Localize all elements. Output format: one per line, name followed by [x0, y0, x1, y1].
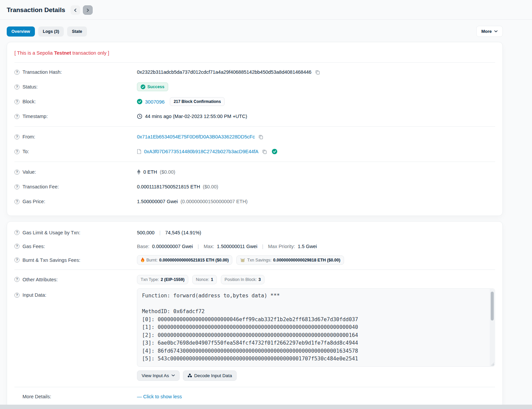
timestamp-row: ? Timestamp: 44 mins ago (Mar-02-2023 12… — [14, 109, 495, 124]
value-label: Value: — [22, 169, 36, 175]
gas-used-value: 74,545 (14.91%) — [165, 230, 201, 235]
help-icon[interactable]: ? — [14, 293, 19, 298]
gas-limit-label: Gas Limit & Usage by Txn: — [22, 230, 80, 235]
scrollbar-track[interactable] — [490, 289, 494, 366]
input-data-box[interactable]: Function: forward(address to,bytes data)… — [137, 288, 495, 367]
input-data-line: Function: forward(address to,bytes data)… — [142, 292, 486, 300]
testnet-notice-bold: Testnet — [54, 50, 71, 56]
gas-fees-row: ? Gas Fees: Base: 0.000000007 Gwei | Max… — [14, 239, 495, 253]
decode-input-data-label: Decode Input Data — [194, 373, 232, 378]
testnet-notice: [ This is a Sepolia Testnet transaction … — [14, 50, 495, 56]
input-data-line: [2]: 00000000000000000000000000000000000… — [142, 332, 486, 340]
gas-price-row: ? Gas Price: 1.500000007 Gwei (0.0000000… — [14, 194, 495, 209]
help-icon[interactable]: ? — [14, 257, 19, 262]
other-attributes-row: ? Other Attributes: Txn Type: 2 (EIP-155… — [14, 273, 495, 286]
transaction-fee-row: ? Transaction Fee: 0.000111817500521815 … — [14, 179, 495, 194]
gas-price-label: Gas Price: — [22, 199, 45, 204]
more-details-row: More Details: — Click to show less — [14, 390, 495, 404]
tab-logs[interactable]: Logs (3) — [38, 26, 64, 37]
position-in-block-badge: Position In Block: 3 — [221, 275, 264, 284]
resize-grip[interactable] — [490, 362, 494, 366]
txn-savings-value: 0.00000000000029818 ETH ($0.00) — [273, 258, 340, 262]
from-label: From: — [22, 134, 35, 139]
decode-input-data-button[interactable]: Decode Input Data — [183, 370, 237, 381]
next-transaction-button[interactable] — [83, 5, 93, 15]
more-button-label: More — [481, 29, 492, 34]
from-row: ? From: 0x71a1Eb6534054E75F0D6fD0A3B0A33… — [14, 129, 495, 144]
input-data-row: ? Input Data: Function: forward(address … — [14, 288, 495, 381]
copy-icon[interactable] — [262, 149, 267, 154]
input-data-label: Input Data: — [22, 292, 46, 298]
gas-fees-label: Gas Fees: — [22, 244, 45, 249]
transaction-fee-label: Transaction Fee: — [22, 184, 59, 189]
tab-state[interactable]: State — [67, 26, 87, 37]
burnt-value: 0.000000000000521815 ETH ($0.00) — [159, 258, 229, 262]
clock-icon — [137, 114, 142, 119]
help-icon[interactable]: ? — [14, 230, 19, 235]
divider — [14, 162, 495, 162]
page-header: Transaction Details — [0, 0, 532, 19]
burnt-fees-row: ? Burnt & Txn Savings Fees: Burnt: 0.000… — [14, 253, 495, 267]
prev-transaction-button[interactable] — [70, 5, 80, 15]
divider — [14, 270, 495, 270]
page-title: Transaction Details — [7, 6, 65, 14]
transaction-hash-row: ? Transaction Hash: 0x2322b311adcb5da737… — [14, 65, 495, 79]
header-divider — [0, 19, 532, 20]
status-row: ? Status: Success — [14, 79, 495, 94]
gas-priority-label: Max Priority: — [268, 244, 295, 249]
timestamp-label: Timestamp: — [22, 114, 48, 119]
help-icon[interactable]: ? — [14, 134, 19, 139]
input-data-line: [1]: 00000000000000000000000000000000000… — [142, 324, 486, 332]
tab-overview[interactable]: Overview — [7, 26, 35, 37]
divider — [14, 126, 495, 127]
help-icon[interactable]: ? — [14, 170, 19, 175]
view-input-as-button[interactable]: View Input As — [137, 370, 180, 381]
txn-savings-label: Txn Savings: — [247, 258, 271, 262]
transaction-fee-usd: ($0.00) — [203, 184, 218, 189]
position-label: Position In Block: — [225, 277, 257, 282]
transaction-fee-amount: 0.000111817500521815 ETH — [137, 184, 200, 189]
copy-icon[interactable] — [315, 69, 320, 75]
check-circle-icon — [141, 84, 145, 89]
burnt-label: Burnt: — [146, 258, 157, 262]
from-address-link[interactable]: 0x71a1Eb6534054E75F0D6fD0A3B0A336228DD5c… — [137, 134, 255, 139]
value-usd: ($0.00) — [160, 169, 175, 175]
help-icon[interactable]: ? — [14, 84, 19, 90]
divider — [14, 62, 495, 63]
scrollbar-thumb[interactable] — [491, 292, 494, 320]
help-icon[interactable]: ? — [14, 184, 19, 189]
help-icon[interactable]: ? — [14, 199, 19, 204]
help-icon[interactable]: ? — [14, 114, 19, 119]
more-button[interactable]: More — [476, 26, 503, 37]
input-data-line: [4]: 86fd6743000000000000000000000000000… — [142, 347, 486, 355]
overview-card: [ This is a Sepolia Testnet transaction … — [7, 42, 503, 216]
transaction-hash-label: Transaction Hash: — [22, 69, 62, 75]
txn-type-badge: Txn Type: 2 (EIP-1559) — [137, 275, 188, 284]
help-icon[interactable]: ? — [14, 244, 19, 249]
status-badge: Success — [137, 82, 168, 91]
block-number-link[interactable]: 3007096 — [145, 99, 164, 105]
copy-icon[interactable] — [258, 134, 263, 139]
footer-band — [0, 405, 532, 409]
gas-base-label: Base: — [137, 244, 149, 249]
to-address-link[interactable]: 0xA3f07D6773514480b918C2742b027b3acD9E44… — [144, 149, 258, 154]
gas-max-label: Max: — [204, 244, 214, 249]
help-icon[interactable]: ? — [14, 70, 19, 75]
testnet-notice-suffix: transaction only ] — [71, 50, 109, 56]
block-row: ? Block: 3007096 217 Block Confirmations — [14, 94, 495, 109]
to-label: To: — [22, 149, 29, 154]
block-confirmations-badge: 217 Block Confirmations — [170, 97, 225, 106]
help-icon[interactable]: ? — [14, 149, 19, 154]
gas-base-value: 0.000000007 Gwei — [152, 244, 193, 249]
help-icon[interactable]: ? — [14, 99, 19, 104]
chevron-down-icon — [494, 30, 498, 33]
details-card: ? Gas Limit & Usage by Txn: 500,000 | 74… — [7, 221, 503, 409]
chevron-right-icon — [86, 8, 89, 12]
input-data-line — [142, 300, 486, 308]
eth-diamond-icon — [137, 169, 141, 175]
value-row: ? Value: 0 ETH ($0.00) — [14, 165, 495, 179]
nonce-value: 1 — [211, 277, 213, 282]
gas-limit-row: ? Gas Limit & Usage by Txn: 500,000 | 74… — [14, 226, 495, 239]
help-icon[interactable]: ? — [14, 277, 19, 282]
show-less-link[interactable]: — Click to show less — [137, 394, 182, 399]
